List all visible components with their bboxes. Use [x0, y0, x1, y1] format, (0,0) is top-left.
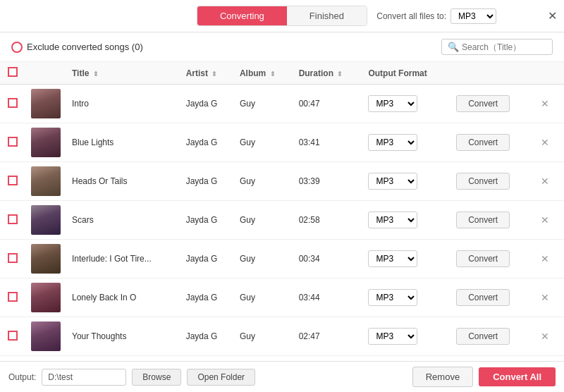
row-artist: Jayda G	[180, 201, 234, 240]
songs-table: Title ⇕ Artist ⇕ Album ⇕ Duration ⇕ Outp…	[0, 62, 564, 356]
row-convert-cell: Convert	[450, 85, 532, 123]
row-remove-cell: ✕	[532, 123, 564, 162]
table-row: Interlude: I Got Tire...Jayda GGuy00:34M…	[0, 240, 564, 278]
tab-finished[interactable]: Finished	[287, 6, 367, 25]
row-convert-button-3[interactable]: Convert	[456, 173, 510, 190]
row-convert-cell: Convert	[450, 240, 532, 278]
table-row: Heads Or TailsJayda GGuy03:39MP3AACFLACW…	[0, 162, 564, 201]
row-format-select-6[interactable]: MP3AACFLACWAVOGGM4A	[368, 289, 417, 306]
row-convert-cell: Convert	[450, 162, 532, 201]
row-convert-button-6[interactable]: Convert	[456, 289, 510, 306]
row-convert-button-2[interactable]: Convert	[456, 134, 510, 151]
row-checkbox-4[interactable]	[8, 214, 18, 224]
search-input[interactable]	[462, 42, 546, 52]
row-duration: 03:44	[293, 278, 363, 317]
header-format-select[interactable]: MP3 AAC FLAC WAV	[450, 8, 496, 24]
row-format-select-3[interactable]: MP3AACFLACWAVOGGM4A	[368, 173, 417, 190]
row-artist: Jayda G	[180, 278, 234, 317]
row-convert-button-5[interactable]: Convert	[456, 250, 510, 267]
row-convert-button-1[interactable]: Convert	[456, 95, 510, 112]
browse-button[interactable]: Browse	[132, 369, 181, 386]
row-checkbox-cell	[0, 123, 25, 162]
title-sort-icon: ⇕	[93, 71, 99, 78]
duration-sort-icon: ⇕	[337, 71, 343, 78]
row-duration: 00:34	[293, 240, 363, 278]
row-checkbox-cell	[0, 201, 25, 240]
row-remove-cell: ✕	[532, 278, 564, 317]
row-format-select-2[interactable]: MP3AACFLACWAVOGGM4A	[368, 134, 417, 151]
convert-all-button[interactable]: Convert All	[479, 367, 556, 386]
header-duration[interactable]: Duration ⇕	[293, 62, 363, 85]
search-box[interactable]: 🔍	[441, 39, 553, 55]
row-title: Interlude: I Got Tire...	[66, 240, 180, 278]
row-album: Guy	[234, 317, 293, 356]
row-remove-button-5[interactable]: ✕	[538, 252, 552, 266]
album-sort-icon: ⇕	[270, 71, 276, 78]
row-duration: 02:47	[293, 317, 363, 356]
row-artist: Jayda G	[180, 162, 234, 201]
tab-converting[interactable]: Converting	[197, 6, 287, 25]
remove-button[interactable]: Remove	[412, 367, 473, 387]
row-checkbox-2[interactable]	[8, 137, 18, 147]
song-thumbnail	[31, 89, 61, 118]
header-title[interactable]: Title ⇕	[66, 62, 180, 85]
row-remove-cell: ✕	[532, 317, 564, 356]
row-format-cell: MP3AACFLACWAVOGGM4A	[362, 278, 450, 317]
close-button[interactable]: ✕	[548, 9, 557, 23]
select-all-checkbox[interactable]	[8, 67, 18, 77]
header-album[interactable]: Album ⇕	[234, 62, 293, 85]
row-remove-button-3[interactable]: ✕	[538, 174, 552, 188]
row-artist: Jayda G	[180, 123, 234, 162]
row-remove-button-6[interactable]: ✕	[538, 290, 552, 305]
row-title: Scars	[66, 201, 180, 240]
row-checkbox-3[interactable]	[8, 176, 18, 185]
row-format-select-1[interactable]: MP3AACFLACWAVOGGM4A	[368, 95, 417, 112]
song-thumbnail	[31, 128, 61, 157]
row-convert-button-7[interactable]: Convert	[456, 328, 510, 345]
row-checkbox-5[interactable]	[8, 253, 18, 263]
row-checkbox-7[interactable]	[8, 331, 18, 341]
row-convert-cell: Convert	[450, 201, 532, 240]
row-duration: 03:41	[293, 123, 363, 162]
row-thumb-cell	[25, 201, 66, 240]
row-remove-cell: ✕	[532, 201, 564, 240]
row-convert-cell: Convert	[450, 278, 532, 317]
output-path-input[interactable]	[42, 369, 126, 386]
row-format-select-5[interactable]: MP3AACFLACWAVOGGM4A	[368, 250, 417, 267]
row-remove-button-4[interactable]: ✕	[538, 213, 552, 227]
row-remove-cell: ✕	[532, 162, 564, 201]
row-checkbox-1[interactable]	[8, 98, 18, 108]
row-album: Guy	[234, 201, 293, 240]
table-container: Title ⇕ Artist ⇕ Album ⇕ Duration ⇕ Outp…	[0, 62, 564, 361]
row-remove-button-7[interactable]: ✕	[538, 329, 552, 343]
header-thumb	[25, 62, 66, 85]
row-remove-button-1[interactable]: ✕	[538, 97, 552, 111]
row-thumb-cell	[25, 240, 66, 278]
song-thumbnail	[31, 283, 61, 312]
search-icon: 🔍	[448, 42, 459, 52]
row-duration: 00:47	[293, 85, 363, 123]
row-checkbox-cell	[0, 240, 25, 278]
row-duration: 03:39	[293, 162, 363, 201]
header-artist[interactable]: Artist ⇕	[180, 62, 234, 85]
row-checkbox-6[interactable]	[8, 292, 18, 302]
row-remove-cell: ✕	[532, 240, 564, 278]
row-artist: Jayda G	[180, 240, 234, 278]
convert-all-files-area: Convert all files to: MP3 AAC FLAC WAV	[376, 8, 496, 24]
row-convert-button-4[interactable]: Convert	[456, 212, 510, 228]
row-checkbox-cell	[0, 162, 25, 201]
row-format-cell: MP3AACFLACWAVOGGM4A	[362, 317, 450, 356]
song-thumbnail	[31, 321, 61, 351]
table-row: Blue LightsJayda GGuy03:41MP3AACFLACWAVO…	[0, 123, 564, 162]
row-title: Intro	[66, 85, 180, 123]
song-thumbnail	[31, 166, 61, 196]
row-remove-button-2[interactable]: ✕	[538, 135, 552, 149]
row-convert-cell: Convert	[450, 317, 532, 356]
row-format-select-4[interactable]: MP3AACFLACWAVOGGM4A	[368, 212, 417, 228]
row-format-select-7[interactable]: MP3AACFLACWAVOGGM4A	[368, 328, 417, 345]
open-folder-button[interactable]: Open Folder	[187, 369, 255, 386]
header-output-format: Output Format	[362, 62, 450, 85]
song-thumbnail	[31, 244, 61, 274]
row-title: Lonely Back In O	[66, 278, 180, 317]
exclude-label: Exclude converted songs (0)	[27, 42, 143, 52]
